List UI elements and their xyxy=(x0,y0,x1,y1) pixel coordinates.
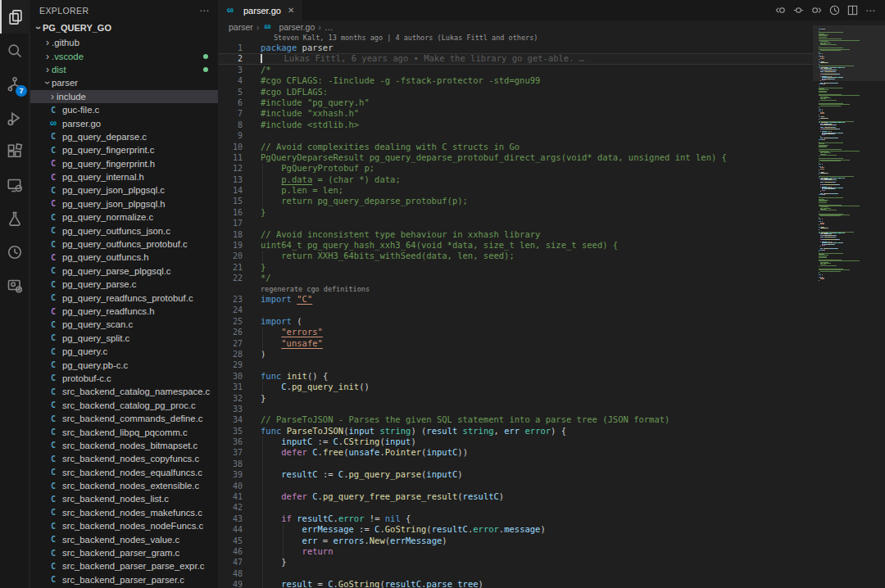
compare-changes-icon[interactable] xyxy=(791,3,806,18)
tree-file-pg-query-readfuncs-protobuf-c[interactable]: Cpg_query_readfuncs_protobuf.c xyxy=(30,291,218,304)
code-lens[interactable]: regenerate cgo definitions xyxy=(218,284,813,294)
tree-file-parser-go[interactable]: GOparser.go xyxy=(30,116,218,129)
code-line-41[interactable]: 41 defer C.pg_query_free_parse_result(re… xyxy=(218,491,813,502)
tree-file-pg-query-split-c[interactable]: Cpg_query_split.c xyxy=(30,332,218,345)
minimap[interactable] xyxy=(813,20,885,588)
tree-file-pg-query-outfuncs-h[interactable]: Cpg_query_outfuncs.h xyxy=(30,251,218,264)
close-icon[interactable]: ✕ xyxy=(288,6,294,15)
tree-file-src-backend-nodes-nodefuncs-c[interactable]: Csrc_backend_nodes_nodeFuncs.c xyxy=(30,519,218,532)
tree-file-pg-query-internal-h[interactable]: Cpg_query_internal.h xyxy=(30,170,218,183)
tree-file-pg-query-scan-c[interactable]: Cpg_query_scan.c xyxy=(30,318,218,331)
code-line-13[interactable]: 13 p.data = (char *) data; xyxy=(218,174,813,185)
breadcrumb-item[interactable]: parser xyxy=(229,22,253,32)
code-line-48[interactable]: 48 xyxy=(218,568,813,579)
tree-file-src-backend-commands-define-c[interactable]: Csrc_backend_commands_define.c xyxy=(30,412,218,425)
tree-file-pg-query-fingerprint-c[interactable]: Cpg_query_fingerprint.c xyxy=(30,143,218,156)
code-line-4[interactable]: 4#cgo CFLAGS: -Iinclude -g -fstack-prote… xyxy=(218,75,813,86)
tab-parser-go[interactable]: GO parser.go ✕ xyxy=(218,0,302,20)
code-line-45[interactable]: 45 err = errors.New(errMessage) xyxy=(218,536,813,546)
run-debug-icon[interactable] xyxy=(0,101,30,134)
code-line-40[interactable]: 40 xyxy=(218,481,813,491)
split-editor-icon[interactable] xyxy=(845,3,860,18)
code-line-1[interactable]: 1package parser xyxy=(218,43,813,53)
tree-file-src-backend-nodes-extensible-c[interactable]: Csrc_backend_nodes_extensible.c xyxy=(30,479,218,492)
code-line-37[interactable]: 37 defer C.free(unsafe.Pointer(inputC)) xyxy=(218,447,813,458)
code-line-5[interactable]: 5#cgo LDFLAGS: xyxy=(218,87,813,97)
tree-folder-parser[interactable]: ›parser xyxy=(30,76,218,89)
code-line-44[interactable]: 44 errMessage := C.GoString(resultC.erro… xyxy=(218,524,813,535)
tree-file-src-backend-catalog-pg-proc-c[interactable]: Csrc_backend_catalog_pg_proc.c xyxy=(30,399,218,412)
code-line-27[interactable]: 27 "unsafe" xyxy=(218,338,813,349)
code-line-15[interactable]: 15 return pg_query_deparse_protobuf(p); xyxy=(218,196,813,206)
more-actions-icon[interactable]: ⋯ xyxy=(199,5,210,16)
tree-file-src-backend-nodes-bitmapset-c[interactable]: Csrc_backend_nodes_bitmapset.c xyxy=(30,439,218,452)
search-icon[interactable] xyxy=(0,34,30,67)
code-line-38[interactable]: 38 xyxy=(218,459,813,469)
tree-file-pg-query-pb-c-c[interactable]: Cpg_query.pb-c.c xyxy=(30,358,218,371)
code-line-3[interactable]: 3/* xyxy=(218,65,813,75)
breadcrumb-item[interactable]: GOparser.go xyxy=(262,22,315,32)
code-line-6[interactable]: 6#include "pg_query.h" xyxy=(218,97,813,108)
tree-file-pg-query-json-plpgsql-h[interactable]: Cpg_query_json_plpgsql.h xyxy=(30,197,218,210)
tree-file-pg-query-deparse-c[interactable]: Cpg_query_deparse.c xyxy=(30,130,218,143)
tree-folder--github[interactable]: ›.github xyxy=(30,36,218,49)
tree-file-src-backend-nodes-value-c[interactable]: Csrc_backend_nodes_value.c xyxy=(30,532,218,545)
tree-file-pg-query-parse-c[interactable]: Cpg_query_parse.c xyxy=(30,278,218,291)
code-line-25[interactable]: 25import ( xyxy=(218,316,813,327)
code-line-34[interactable]: 34// ParseToJSON - Parses the given SQL … xyxy=(218,414,813,425)
code-line-22[interactable]: 22*/ xyxy=(218,273,813,283)
tree-file-pg-query-json-plpgsql-c[interactable]: Cpg_query_json_plpgsql.c xyxy=(30,183,218,197)
code-line-28[interactable]: 28) xyxy=(218,349,813,360)
code-line-17[interactable]: 17 xyxy=(218,218,813,228)
next-change-icon[interactable] xyxy=(809,3,824,18)
tree-file-protobuf-c-c[interactable]: Cprotobuf-c.c xyxy=(30,372,218,385)
remote-explorer-icon[interactable] xyxy=(0,168,30,201)
code-line-14[interactable]: 14 p.len = len; xyxy=(218,185,813,196)
tree-folder-include[interactable]: ›include xyxy=(30,90,218,103)
tree-file-src-backend-nodes-copyfuncs-c[interactable]: Csrc_backend_nodes_copyfuncs.c xyxy=(30,452,218,465)
tree-file-pg-query-c[interactable]: Cpg_query.c xyxy=(30,345,218,358)
code-line-39[interactable]: 39 resultC := C.pg_query_parse(inputC) xyxy=(218,469,813,480)
code-line-16[interactable]: 16} xyxy=(218,207,813,218)
code-line-21[interactable]: 21} xyxy=(218,262,813,273)
more-actions-icon[interactable]: ⋯ xyxy=(863,5,878,16)
code-line-47[interactable]: 47 } xyxy=(218,557,813,568)
code-line-29[interactable]: 29 xyxy=(218,360,813,370)
tree-file-src-backend-parser-parse-expr-c[interactable]: Csrc_backend_parser_parse_expr.c xyxy=(30,559,218,572)
tree-folder--vscode[interactable]: ›.vscode xyxy=(30,49,218,62)
code-line-35[interactable]: 35func ParseToJSON(input string) (result… xyxy=(218,426,813,436)
code-line-11[interactable]: 11PgQueryDeparseResult pg_query_deparse_… xyxy=(218,152,813,163)
code-line-33[interactable]: 33 xyxy=(218,404,813,414)
code-line-8[interactable]: 8#include <stdlib.h> xyxy=(218,120,813,130)
code-line-31[interactable]: 31 C.pg_query_init() xyxy=(218,382,813,392)
tree-file-pg-query-normalize-c[interactable]: Cpg_query_normalize.c xyxy=(30,210,218,224)
code-line-36[interactable]: 36 inputC := C.CString(input) xyxy=(218,436,813,447)
tree-file-pg-query-parse-plpgsql-c[interactable]: Cpg_query_parse_plpgsql.c xyxy=(30,265,218,278)
code-line-42[interactable]: 42 xyxy=(218,502,813,513)
code-editor[interactable]: Steven Kalt, 13 months ago | 4 authors (… xyxy=(218,34,813,588)
docker-icon[interactable] xyxy=(0,269,30,302)
explorer-icon[interactable] xyxy=(0,0,30,34)
code-line-49[interactable]: 49 result = C.GoString(resultC.parse_tre… xyxy=(218,579,813,588)
tree-file-src-backend-parser-gram-c[interactable]: Csrc_backend_parser_gram.c xyxy=(30,546,218,559)
tree-file-src-backend-nodes-list-c[interactable]: Csrc_backend_nodes_list.c xyxy=(30,492,218,505)
code-line-30[interactable]: 30func init() { xyxy=(218,371,813,382)
tree-file-pg-query-outfuncs-protobuf-c[interactable]: Cpg_query_outfuncs_protobuf.c xyxy=(30,237,218,251)
tree-file-src-backend-libpq-pqcomm-c[interactable]: Csrc_backend_libpq_pqcomm.c xyxy=(30,425,218,438)
tree-file-src-backend-catalog-namespace-c[interactable]: Csrc_backend_catalog_namespace.c xyxy=(30,385,218,398)
code-line-7[interactable]: 7#include "xxhash.h" xyxy=(218,108,813,119)
tree-file-guc-file-c[interactable]: Cguc-file.c xyxy=(30,103,218,116)
tree-file-src-backend-parser-parser-c[interactable]: Csrc_backend_parser_parser.c xyxy=(30,573,218,586)
code-line-43[interactable]: 43 if resultC.error != nil { xyxy=(218,513,813,524)
tree-folder-dist[interactable]: ›dist xyxy=(30,63,218,76)
tree-file-src-backend-nodes-equalfuncs-c[interactable]: Csrc_backend_nodes_equalfuncs.c xyxy=(30,466,218,479)
tree-file-src-backend-nodes-makefuncs-c[interactable]: Csrc_backend_nodes_makefuncs.c xyxy=(30,506,218,519)
breadcrumb-item[interactable]: … xyxy=(324,22,334,32)
testing-icon[interactable] xyxy=(0,201,30,235)
file-history-icon[interactable] xyxy=(827,3,842,18)
tree-file-pg-query-readfuncs-h[interactable]: Cpg_query_readfuncs.h xyxy=(30,305,218,318)
code-line-12[interactable]: 12 PgQueryProtobuf p; xyxy=(218,163,813,174)
tree-file-pg-query-outfuncs-json-c[interactable]: Cpg_query_outfuncs_json.c xyxy=(30,224,218,237)
code-line-23[interactable]: 23import "C" xyxy=(218,294,813,305)
code-line-32[interactable]: 32} xyxy=(218,393,813,404)
